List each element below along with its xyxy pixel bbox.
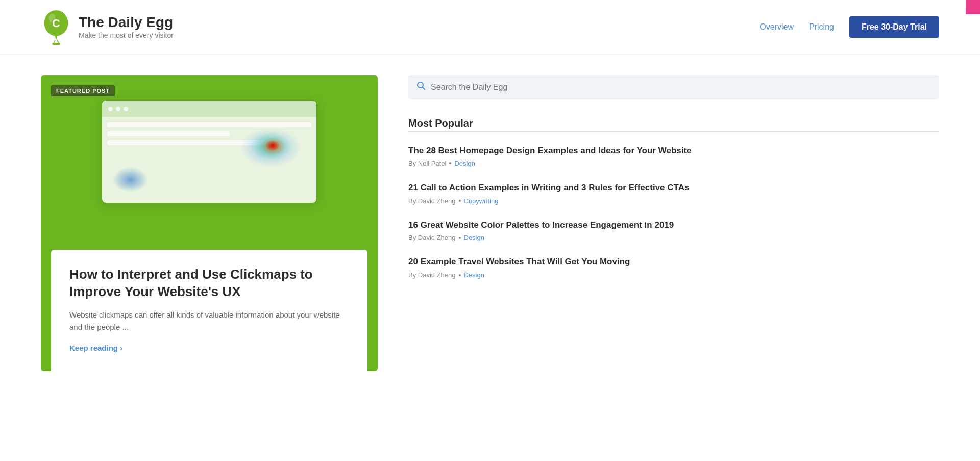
corner-badge <box>966 0 980 14</box>
free-trial-button[interactable]: Free 30-Day Trial <box>849 16 939 38</box>
popular-item-author-2: By David Zheng <box>408 197 456 205</box>
blob-center <box>265 140 280 151</box>
popular-item-2: 21 Call to Action Examples in Writing an… <box>408 182 939 205</box>
logo-text-block: The Daily Egg Make the most of every vis… <box>79 15 174 40</box>
popular-item-meta-1: By Neil Patel Design <box>408 160 939 167</box>
browser-dot-2 <box>116 107 120 111</box>
sidebar: Most Popular The 28 Best Homepage Design… <box>408 75 939 371</box>
search-icon <box>416 81 426 93</box>
meta-dot-1 <box>449 162 451 164</box>
browser-mockup <box>102 101 316 203</box>
popular-item-1: The 28 Best Homepage Design Examples and… <box>408 144 939 167</box>
featured-excerpt: Website clickmaps can offer all kinds of… <box>69 309 349 333</box>
search-input[interactable] <box>431 83 931 92</box>
logo-subtitle: Make the most of every visitor <box>79 31 174 39</box>
featured-content-card: How to Interpret and Use Clickmaps to Im… <box>51 250 368 371</box>
browser-dot-1 <box>108 107 113 111</box>
browser-bar <box>102 101 316 117</box>
nav-pricing[interactable]: Pricing <box>809 22 834 32</box>
popular-item-category-4[interactable]: Design <box>464 271 484 279</box>
featured-section: FEATURED POST <box>41 75 378 371</box>
popular-item-title-2[interactable]: 21 Call to Action Examples in Writing an… <box>408 182 939 194</box>
meta-dot-4 <box>459 274 461 276</box>
main-content: FEATURED POST <box>0 55 980 392</box>
most-popular-divider <box>408 131 939 132</box>
svg-rect-6 <box>52 43 60 45</box>
header: C The Daily Egg Make the most of every v… <box>0 0 980 55</box>
featured-readmore[interactable]: Keep reading › <box>69 344 122 352</box>
most-popular-title: Most Popular <box>408 117 939 129</box>
featured-badge: FEATURED POST <box>51 85 115 96</box>
featured-card: FEATURED POST <box>41 75 378 371</box>
svg-text:C: C <box>52 17 60 30</box>
logo-area: C The Daily Egg Make the most of every v… <box>41 9 174 45</box>
popular-item-title-4[interactable]: 20 Example Travel Websites That Will Get… <box>408 256 939 268</box>
popular-item-4: 20 Example Travel Websites That Will Get… <box>408 256 939 279</box>
featured-title: How to Interpret and Use Clickmaps to Im… <box>69 266 349 301</box>
logo-title: The Daily Egg <box>79 15 174 31</box>
heatmap-area <box>240 127 301 168</box>
popular-item-meta-2: By David Zheng Copywriting <box>408 197 939 205</box>
browser-body <box>102 117 316 203</box>
browser-line-2 <box>107 131 230 136</box>
popular-item-category-2[interactable]: Copywriting <box>464 197 499 205</box>
blob-bottom <box>112 167 148 192</box>
popular-item-category-1[interactable]: Design <box>454 160 475 167</box>
popular-item-title-1[interactable]: The 28 Best Homepage Design Examples and… <box>408 144 939 157</box>
browser-line-1 <box>107 122 311 127</box>
meta-dot-3 <box>459 237 461 239</box>
browser-dot-3 <box>124 107 128 111</box>
nav-area: Overview Pricing Free 30-Day Trial <box>760 16 939 38</box>
svg-line-8 <box>423 87 425 90</box>
popular-item-category-3[interactable]: Design <box>464 234 484 241</box>
popular-item-meta-3: By David Zheng Design <box>408 234 939 241</box>
popular-item-meta-4: By David Zheng Design <box>408 271 939 279</box>
popular-item-title-3[interactable]: 16 Great Website Color Palettes to Incre… <box>408 219 939 231</box>
meta-dot-2 <box>459 200 461 202</box>
search-box <box>408 75 939 99</box>
svg-marker-3 <box>55 35 58 40</box>
popular-item-3: 16 Great Website Color Palettes to Incre… <box>408 219 939 242</box>
logo-icon: C <box>41 9 71 45</box>
popular-item-author-4: By David Zheng <box>408 271 456 279</box>
popular-item-author-1: By Neil Patel <box>408 160 446 167</box>
popular-item-author-3: By David Zheng <box>408 234 456 241</box>
nav-overview[interactable]: Overview <box>760 22 794 32</box>
